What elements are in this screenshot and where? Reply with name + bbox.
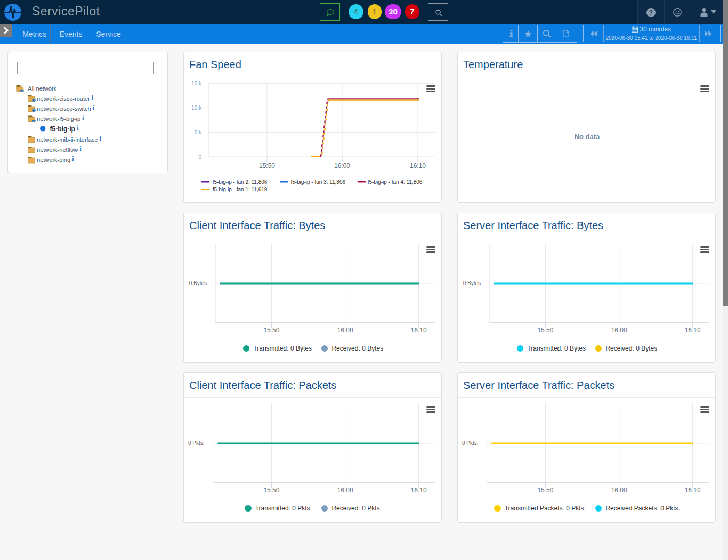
svg-text:0 Pkts.: 0 Pkts.	[188, 440, 205, 446]
svg-text:16:00: 16:00	[611, 486, 627, 494]
svg-text:0 Bytes: 0 Bytes	[189, 280, 207, 286]
svg-text:5 k: 5 k	[195, 129, 202, 135]
svg-text:16:00: 16:00	[337, 327, 353, 334]
svg-text:0 Pkts.: 0 Pkts.	[462, 440, 479, 446]
svg-text:16:10: 16:10	[685, 486, 701, 494]
svg-text:16:00: 16:00	[334, 162, 350, 169]
svg-text:f5-big-ip - fan 4: 11,806: f5-big-ip - fan 4: 11,806	[368, 179, 423, 185]
svg-text:?: ?	[649, 9, 653, 17]
svg-text:15:50: 15:50	[263, 327, 279, 334]
svg-text:15:50: 15:50	[259, 162, 275, 169]
svg-text:16:00: 16:00	[611, 327, 627, 334]
svg-text:16:10: 16:10	[411, 486, 427, 494]
svg-text:16:10: 16:10	[411, 327, 427, 334]
svg-text:f5-big-ip - fan 2: 11,806: f5-big-ip - fan 2: 11,806	[213, 179, 268, 185]
svg-text:f5-big-ip - fan 1: 11,619: f5-big-ip - fan 1: 11,619	[213, 186, 268, 192]
svg-text:15:50: 15:50	[263, 486, 279, 494]
svg-text:15:50: 15:50	[537, 486, 553, 494]
svg-text:16:00: 16:00	[337, 486, 353, 494]
svg-text:16:10: 16:10	[685, 327, 701, 334]
svg-text:16:10: 16:10	[410, 162, 426, 169]
svg-text:0 Bytes: 0 Bytes	[463, 280, 481, 286]
svg-text:15:50: 15:50	[537, 327, 553, 334]
svg-text:f5-big-ip - fan 3: 11,806: f5-big-ip - fan 3: 11,806	[290, 179, 345, 185]
svg-text:15 k: 15 k	[191, 80, 202, 86]
svg-text:0: 0	[198, 154, 201, 160]
svg-text:10 k: 10 k	[191, 105, 202, 111]
